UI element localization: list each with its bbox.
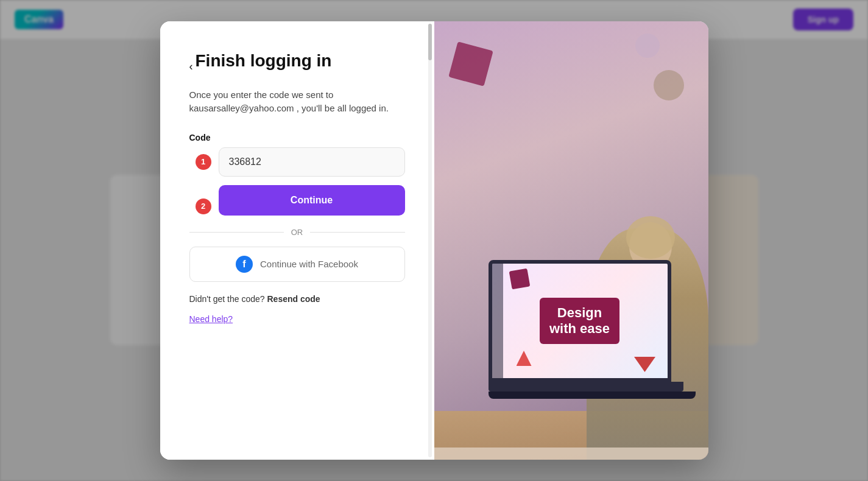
toolbar-sim [492,264,503,378]
help-link[interactable]: Need help? [189,314,233,324]
step-1-badge: 1 [196,154,211,170]
step-2-badge: 2 [196,198,211,214]
back-icon: ‹ [189,60,193,73]
or-divider: OR [189,228,405,237]
email-address: kausarsalley@yahoo.com [189,103,294,113]
resend-text: Didn't get the code? Resend code [189,294,405,304]
modal-description: Once you enter the code we sent to kausa… [189,88,405,116]
back-button[interactable]: ‹ Finish logging in [189,51,332,83]
screen-shape-2 [634,357,655,372]
design-text-box: Designwith ease [540,298,619,345]
deco-shape-3 [654,70,684,100]
login-modal: ‹ Finish logging in Once you enter the c… [160,21,708,460]
facebook-icon: f [236,256,253,273]
code-input-row: 1 [219,147,405,177]
modal-left-panel: ‹ Finish logging in Once you enter the c… [160,21,434,460]
code-input[interactable] [219,147,405,177]
laptop-screen: Designwith ease [489,260,671,382]
modal-title: Finish logging in [196,51,332,71]
code-label: Code [189,133,405,142]
continue-btn-row: 2 Continue [219,185,405,228]
floor-strip [434,448,708,460]
person-hair [626,216,675,259]
deco-shape-1 [448,41,493,86]
scrollbar-thumb [428,24,432,60]
description-suffix: , you'll be all logged in. [297,103,389,113]
laptop-stand [489,391,696,399]
screen-shape-3 [517,351,532,366]
facebook-button-label: Continue with Facebook [260,259,358,269]
steps-wrapper: 1 2 Continue [189,147,405,228]
laptop-base [489,382,683,391]
laptop-container: Designwith ease [489,260,696,399]
resend-prefix: Didn't get the code? [189,294,265,304]
laptop-screen-content: Designwith ease [492,264,668,378]
continue-button[interactable]: Continue [219,185,405,216]
scrollbar[interactable] [428,24,432,457]
screen-shape-1 [509,269,530,290]
facebook-login-button[interactable]: f Continue with Facebook [189,247,405,282]
description-prefix: Once you enter the code we sent to [189,90,334,100]
modal-right-panel: Designwith ease [434,21,708,460]
resend-link[interactable]: Resend code [267,294,320,304]
promo-image: Designwith ease [434,21,708,460]
deco-shape-2 [635,33,660,58]
